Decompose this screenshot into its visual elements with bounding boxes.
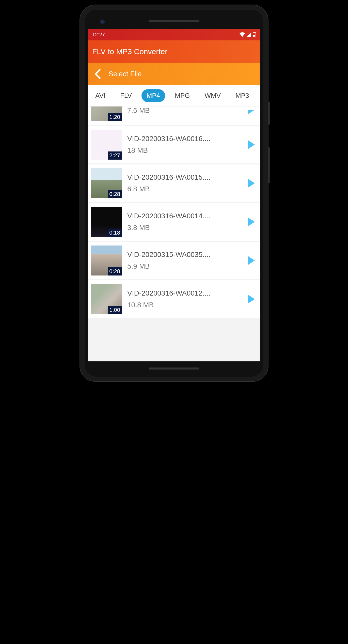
- filter-chip-flv[interactable]: FLV: [115, 89, 137, 102]
- play-icon: [248, 295, 255, 304]
- file-name: VID-20200316-WA0014....: [127, 212, 240, 220]
- file-size: 18 MB: [127, 146, 240, 155]
- video-thumbnail: 2:27: [91, 130, 122, 160]
- phone-speaker-bottom: [149, 367, 199, 370]
- wifi-icon: [240, 32, 245, 37]
- sub-header: Select File: [88, 63, 260, 85]
- file-info: VID-20200316-WA0016.... 18 MB: [127, 135, 240, 155]
- app-title: FLV to MP3 Converter: [92, 47, 167, 56]
- video-thumbnail: 1:20: [91, 106, 122, 121]
- status-time: 12:27: [92, 32, 105, 38]
- play-icon: [248, 179, 255, 188]
- signal-icon: [247, 32, 251, 37]
- filter-bar: AVI FLV MP4 MPG WMV MP3: [88, 85, 260, 106]
- svg-rect-2: [253, 35, 255, 37]
- file-info: 7.6 MB: [127, 106, 240, 115]
- app-screen: 12:27 FLV to MP3 Converter Select File A…: [88, 29, 260, 361]
- play-button[interactable]: [246, 294, 257, 305]
- play-button[interactable]: [246, 178, 257, 189]
- file-name: VID-20200316-WA0012....: [127, 289, 240, 297]
- play-button[interactable]: [246, 106, 257, 118]
- filter-label: MP4: [147, 92, 160, 99]
- video-thumbnail: 0:28: [91, 168, 122, 198]
- phone-side-button: [268, 102, 270, 125]
- video-thumbnail: 0:28: [91, 246, 122, 275]
- filter-chip-mp4[interactable]: MP4: [141, 89, 165, 102]
- play-icon: [248, 140, 255, 149]
- phone-camera: [100, 19, 105, 24]
- filter-label: AVI: [95, 92, 105, 99]
- file-row[interactable]: 2:27 VID-20200316-WA0016.... 18 MB: [88, 126, 260, 163]
- phone-frame: 12:27 FLV to MP3 Converter Select File A…: [80, 5, 268, 381]
- video-duration: 1:00: [108, 306, 122, 314]
- file-row[interactable]: 0:28 VID-20200315-WA0035.... 5.9 MB: [88, 242, 260, 279]
- file-size: 7.6 MB: [127, 106, 240, 115]
- video-duration: 0:18: [108, 229, 122, 237]
- file-size: 10.8 MB: [127, 301, 240, 309]
- play-button[interactable]: [246, 216, 257, 227]
- filter-chip-mp3[interactable]: MP3: [230, 89, 254, 102]
- phone-speaker: [149, 20, 199, 22]
- play-button[interactable]: [246, 255, 257, 266]
- video-duration: 2:27: [108, 151, 122, 160]
- video-duration: 0:28: [108, 267, 122, 275]
- filter-label: MPG: [175, 92, 190, 99]
- play-icon: [248, 256, 255, 265]
- play-icon: [248, 217, 255, 226]
- file-list[interactable]: 1:20 7.6 MB 2:27 VID-20200316-WA0016....: [88, 106, 260, 361]
- chevron-left-icon: [94, 69, 101, 79]
- filter-label: MP3: [235, 92, 249, 99]
- file-name: VID-20200316-WA0016....: [127, 135, 240, 143]
- file-row[interactable]: 1:20 7.6 MB: [88, 106, 260, 125]
- video-thumbnail: 0:18: [91, 207, 122, 237]
- file-row[interactable]: 0:18 VID-20200316-WA0014.... 3.8 MB: [88, 203, 260, 241]
- back-button[interactable]: [92, 69, 102, 79]
- app-header: FLV to MP3 Converter: [88, 40, 260, 63]
- file-size: 3.8 MB: [127, 224, 240, 232]
- svg-rect-1: [254, 32, 255, 33]
- filter-label: WMV: [204, 92, 221, 99]
- file-info: VID-20200316-WA0014.... 3.8 MB: [127, 212, 240, 232]
- file-info: VID-20200316-WA0015.... 6.8 MB: [127, 173, 240, 193]
- play-icon: [248, 110, 255, 114]
- file-name: VID-20200315-WA0035....: [127, 251, 240, 259]
- file-size: 6.8 MB: [127, 185, 240, 193]
- filter-chip-mpg[interactable]: MPG: [170, 89, 195, 102]
- sub-header-title: Select File: [108, 70, 142, 78]
- file-info: VID-20200315-WA0035.... 5.9 MB: [127, 251, 240, 270]
- filter-label: FLV: [120, 92, 132, 99]
- file-info: VID-20200316-WA0012.... 10.8 MB: [127, 289, 240, 309]
- filter-chip-wmv[interactable]: WMV: [199, 89, 226, 102]
- video-duration: 0:28: [108, 190, 122, 198]
- file-name: VID-20200316-WA0015....: [127, 173, 240, 181]
- phone-side-button: [268, 147, 270, 183]
- video-duration: 1:20: [108, 113, 122, 121]
- file-size: 5.9 MB: [127, 262, 240, 270]
- play-button[interactable]: [246, 139, 257, 150]
- status-bar: 12:27: [88, 29, 260, 40]
- video-thumbnail: 1:00: [91, 284, 122, 314]
- file-row[interactable]: 0:28 VID-20200316-WA0015.... 6.8 MB: [88, 164, 260, 202]
- filter-chip-avi[interactable]: AVI: [90, 89, 110, 102]
- battery-icon: [253, 32, 256, 37]
- file-row[interactable]: 1:00 VID-20200316-WA0012.... 10.8 MB: [88, 280, 260, 318]
- status-icons: [240, 32, 256, 37]
